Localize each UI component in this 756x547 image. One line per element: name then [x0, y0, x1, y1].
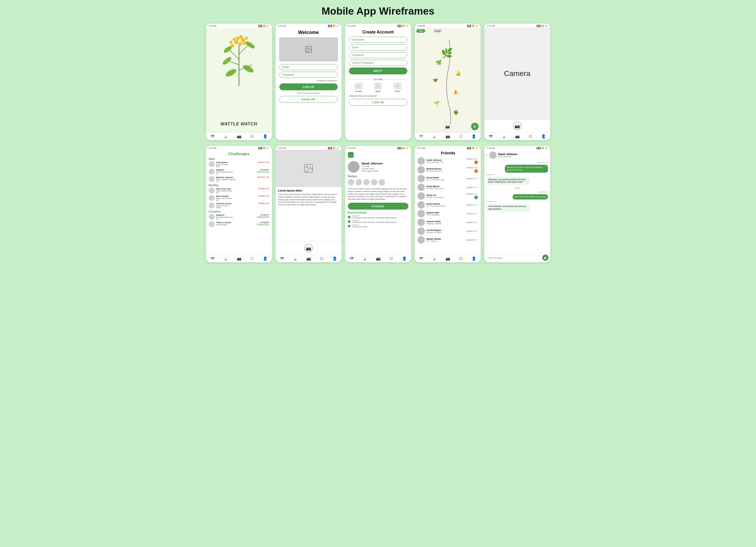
redeem-link[interactable]: Redeem Prize!	[257, 223, 269, 225]
nav-checklist-icon[interactable]: ☑	[250, 256, 254, 260]
challenge-info: Hop, Hop, Hop Invite some Friends0/1	[216, 187, 257, 194]
nav-leaf-icon[interactable]: 🍃	[293, 256, 297, 260]
friend-michael[interactable]: Michael Brown New arrivals just in! DD/M…	[417, 166, 478, 173]
battery-icon: 🔋	[406, 25, 408, 27]
status-time: 9:41 AM	[348, 147, 356, 149]
redeem-link[interactable]: Redeem Prize!	[257, 216, 269, 217]
back-button[interactable]: ‹	[348, 152, 354, 158]
nav-camera-icon[interactable]: 📷	[446, 256, 450, 260]
create-login-button[interactable]: LOG-IN	[349, 99, 407, 106]
msg-contact-info: Sarah Johnson Active Just Now	[498, 153, 517, 157]
login-button[interactable]: LOG-IN	[279, 83, 338, 90]
nav-camera-icon[interactable]: 📷	[237, 134, 241, 138]
friends-button[interactable]: Friends	[348, 203, 408, 209]
msg-received-2: You're welcome. Let me know if you have …	[486, 204, 529, 212]
status-bar-challenges: 9:41 AM ▐▐▐ 📶 🔋	[206, 146, 272, 150]
friend-badge: 1	[474, 160, 478, 164]
svg-point-12	[238, 42, 242, 46]
challenge-info: Species, Species Scan 4 different Specie…	[216, 176, 256, 182]
google-login[interactable]: Google	[355, 83, 362, 92]
friend-sophia[interactable]: Sophia Patel Price negotiable. DD/MM/YYY…	[417, 210, 478, 217]
signal-icon: ▐▐▐	[327, 25, 332, 27]
nav-map-icon[interactable]: 🗺	[350, 256, 353, 260]
nav-leaf-icon[interactable]: 🍃	[223, 134, 228, 138]
map-layers-button[interactable]: ⚙	[471, 123, 479, 130]
email-input[interactable]	[279, 64, 338, 70]
friend-ava[interactable]: Ava Rodriguez Excellent condition. DD/MM…	[417, 227, 478, 235]
nav-camera-icon[interactable]: 📷	[306, 256, 311, 260]
nav-map-icon[interactable]: 🗺	[419, 256, 423, 260]
redeem-link[interactable]: Redeem Prize!	[257, 170, 269, 172]
challenge-avatar	[209, 161, 215, 167]
nav-leaf-icon[interactable]: 🍃	[223, 256, 228, 260]
nav-checklist-icon[interactable]: ☑	[320, 256, 323, 260]
friend-olivia[interactable]: Olivia Lee Thanks, let me know... DD/MM/…	[417, 192, 478, 200]
complete-section-label: Complete	[209, 210, 269, 213]
nav-checklist-icon[interactable]: ☑	[390, 256, 393, 260]
nav-map-icon[interactable]: 🗺	[211, 134, 214, 138]
nav-map-icon[interactable]: 🗺	[211, 256, 214, 260]
send-message-button[interactable]: ▶	[542, 254, 549, 261]
message-input[interactable]	[486, 255, 541, 260]
next-button[interactable]: NEXT	[349, 67, 407, 74]
friend-info-andrew: Andrew Smith Shipping available.	[426, 220, 465, 224]
nav-camera-icon[interactable]: 📷	[376, 256, 381, 260]
challenge-sub: Scan 5 lizard...	[216, 224, 255, 225]
nav-map-icon[interactable]: 🗺	[419, 134, 423, 138]
email-input[interactable]	[349, 44, 407, 50]
friend-avatar-william	[417, 236, 425, 243]
challenge-explore1: Explore! Go Somewhere new1/1 Complete! R…	[209, 169, 269, 175]
friend-andrew[interactable]: Andrew Smith Shipping available. DD/MM/Y…	[417, 219, 478, 226]
password-input[interactable]	[279, 72, 338, 78]
friend-emma[interactable]: Emma Davis You: Is the price nego... DD/…	[417, 175, 478, 182]
nav-checklist-icon[interactable]: ☑	[459, 256, 463, 260]
nav-map-icon[interactable]: 🗺	[280, 256, 284, 260]
item-camera-button[interactable]: 📷	[304, 244, 313, 252]
nav-profile-icon[interactable]: 👤	[472, 256, 476, 260]
msg-date-4: DD/MM/YYYY	[486, 201, 497, 202]
nav-leaf-icon[interactable]: 🍃	[432, 134, 437, 138]
nav-leaf-icon[interactable]: 🍃	[502, 134, 506, 138]
nav-map-icon[interactable]: 🗺	[489, 134, 493, 138]
nav-camera-icon[interactable]: 📷	[446, 134, 450, 138]
msg-contact-name: Sarah Johnson	[498, 153, 517, 156]
nav-profile-icon[interactable]: 👤	[263, 134, 267, 138]
messages-back-icon[interactable]: ‹	[486, 153, 488, 157]
badge-3	[363, 179, 370, 185]
nav-profile-icon[interactable]: 👤	[541, 134, 546, 138]
nav-profile-icon[interactable]: 👤	[332, 256, 337, 260]
activity-desc: Lorem ipsum dolor sit amet, consectetur …	[352, 221, 396, 223]
signup-button[interactable]: SIGN-UP	[279, 96, 338, 103]
nav-leaf-icon[interactable]: 🍃	[432, 256, 437, 260]
nav-leaf-icon[interactable]: 🍃	[362, 256, 367, 260]
nav-profile-icon[interactable]: 👤	[263, 256, 267, 260]
nav-profile-icon[interactable]: 👤	[472, 134, 476, 138]
nav-checklist-icon[interactable]: ☑	[529, 134, 532, 138]
password-input[interactable]	[349, 52, 407, 58]
signal-icon: ▐▐▐	[397, 147, 401, 149]
friend-david[interactable]: David Wilson Hi there! Thank you f... DD…	[417, 183, 478, 191]
nav-profile-icon[interactable]: 👤	[402, 256, 407, 260]
nav-camera-icon[interactable]: 📷	[515, 134, 520, 138]
challenges-screen: Challenges Daily Kola Galore Scan 20 Kol…	[206, 150, 272, 254]
confirm-password-input[interactable]	[349, 60, 407, 66]
bottom-nav-splash: 🗺 🍃 📷 ☑ 👤	[206, 132, 272, 140]
challenge-avatar	[209, 169, 215, 174]
forgot-password-link[interactable]: Forgotten password >	[279, 79, 338, 82]
nav-checklist-icon[interactable]: ☑	[459, 134, 463, 138]
friend-william[interactable]: William Wright You: What p... DD/MM/YYYY	[417, 236, 478, 243]
nav-camera-icon[interactable]: 📷	[237, 256, 241, 260]
username-input[interactable]	[349, 37, 407, 43]
friend-name: Emma Davis	[426, 176, 465, 179]
friend-avatar-emma	[417, 175, 425, 182]
meta-login[interactable]: Meta	[394, 83, 401, 92]
apple-login[interactable]: Apple	[374, 83, 382, 92]
divider-left	[349, 79, 372, 80]
friend-sarah[interactable]: Sarah Johnson You're welcome. Let... DD/…	[417, 157, 478, 165]
msg-received-1: Absolutely, I can provide you with some …	[486, 177, 529, 185]
shutter-button[interactable]: 📷	[513, 122, 522, 130]
nav-checklist-icon[interactable]: ☑	[250, 134, 254, 138]
map-camera-button[interactable]: 📷	[444, 123, 451, 130]
friend-daniel[interactable]: Daniel Garcia You: How long have yo... D…	[417, 201, 478, 208]
profile-avatar	[348, 161, 360, 173]
